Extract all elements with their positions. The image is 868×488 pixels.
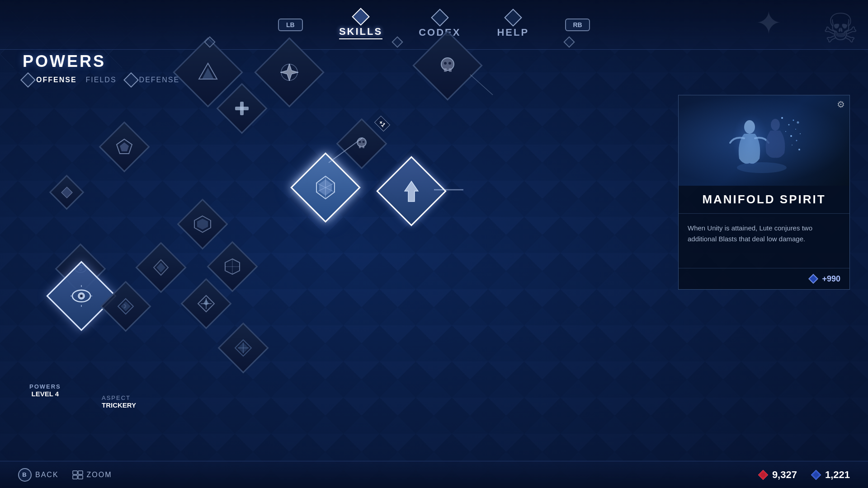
svg-point-27 — [444, 62, 447, 65]
skill-node-7-diamond — [290, 152, 361, 223]
powers-info: POWERS LEVEL 4 — [29, 383, 61, 398]
svg-point-36 — [359, 141, 361, 143]
tab-defense[interactable]: DEFENSE — [126, 75, 180, 85]
zoom-label: ZOOM — [87, 471, 112, 479]
skill-node-15-diamond: ☽ — [100, 281, 151, 332]
skill-node-6[interactable]: +1 — [344, 126, 380, 162]
svg-rect-35 — [363, 145, 364, 148]
svg-marker-68 — [203, 299, 209, 305]
offense-tab-icon — [20, 72, 36, 88]
skill-node-17-inner — [226, 331, 260, 365]
skill-node-16-inner — [189, 287, 223, 320]
skill-node-9-diamond — [49, 175, 85, 210]
skill-node-17-diamond — [217, 322, 269, 373]
skill-node-5[interactable] — [106, 129, 142, 165]
bottom-bar: B BACK ZOOM 9,327 — [0, 461, 868, 488]
panel-description: When Unity is attained, Lute conjures tw… — [679, 214, 849, 268]
nav-tab-codex[interactable]: CODEX — [419, 11, 461, 38]
skill-node-8[interactable] — [387, 166, 436, 216]
powers-header: POWERS OFFENSE FIELDS DEFENSE — [23, 52, 179, 85]
codex-nav-icon — [431, 9, 449, 27]
svg-marker-44 — [61, 187, 72, 198]
skill-node-3[interactable] — [423, 41, 472, 90]
panel-title: MANIFOLD SPIRIT — [679, 186, 849, 214]
fields-tab-label: FIELDS — [86, 76, 117, 84]
svg-point-57 — [80, 295, 83, 297]
svg-point-95 — [761, 473, 765, 477]
nav-tab-skills[interactable]: SKILLS — [339, 10, 382, 39]
skill-node-16[interactable] — [188, 286, 224, 322]
skill-node-11[interactable] — [214, 249, 250, 285]
svg-point-24 — [441, 58, 454, 70]
defense-tab-icon — [123, 72, 139, 88]
corner-deco-tr: ☠ — [822, 5, 859, 52]
svg-marker-21 — [202, 68, 214, 79]
bottom-controls: B BACK ZOOM — [18, 468, 112, 482]
skill-node-16-diamond — [180, 278, 231, 329]
skill-node-11-diamond — [207, 241, 258, 292]
skill-node-3-diamond — [412, 30, 483, 101]
svg-point-28 — [448, 62, 451, 65]
skill-node-14-active[interactable] — [57, 271, 106, 321]
svg-rect-91 — [78, 471, 83, 474]
skill-node-17[interactable] — [225, 330, 261, 366]
defense-tab-label: DEFENSE — [139, 76, 180, 84]
currency-display: 9,327 1,221 — [758, 469, 850, 481]
skill-node-1-inner — [184, 49, 231, 96]
skill-node-1[interactable] — [183, 47, 233, 97]
skill-node-10-diamond — [177, 198, 228, 249]
skill-node-3-inner — [424, 42, 471, 89]
corner-deco-tr2: ✦ — [755, 5, 782, 42]
cost-amount: +990 — [822, 274, 840, 284]
offense-tab-label: OFFENSE — [36, 76, 77, 84]
skill-node-12[interactable] — [143, 249, 179, 286]
detail-panel: ⚙ MANIFOLD SPIRIT When Unity is attained… — [678, 95, 850, 290]
zoom-control[interactable]: ZOOM — [72, 470, 112, 479]
skill-node-4[interactable] — [224, 90, 260, 127]
back-label: BACK — [35, 471, 59, 479]
skill-node-2[interactable] — [264, 47, 314, 97]
skill-node-5-inner — [108, 130, 141, 164]
skill-node-8-inner — [388, 168, 435, 215]
svg-rect-26 — [449, 68, 452, 72]
aspect-info: ASPECT TRICKERY — [102, 394, 136, 409]
skill-node-4-diamond — [216, 83, 267, 134]
svg-marker-43 — [405, 181, 418, 202]
skill-node-15[interactable]: ☽ — [108, 288, 144, 324]
skill-node-10[interactable] — [184, 206, 221, 242]
skill-node-7-selected[interactable] — [301, 163, 350, 212]
rb-button[interactable]: RB — [565, 19, 590, 31]
back-control[interactable]: B BACK — [18, 468, 59, 482]
powers-label: POWERS — [29, 383, 61, 390]
blue-currency: 1,221 — [811, 469, 850, 481]
blue-currency-amount: 1,221 — [825, 469, 850, 481]
lb-button[interactable]: LB — [278, 19, 303, 31]
tab-offense[interactable]: OFFENSE — [23, 75, 77, 85]
skill-node-12-inner — [144, 251, 178, 284]
blue-currency-icon — [811, 469, 821, 480]
skill-node-12-diamond — [135, 242, 186, 293]
tab-fields[interactable]: FIELDS — [86, 76, 117, 84]
svg-rect-25 — [444, 68, 447, 72]
skill-node-2-diamond — [254, 37, 325, 108]
back-button[interactable]: B — [18, 468, 32, 482]
powers-level: LEVEL 4 — [29, 390, 61, 398]
skill-node-9[interactable] — [54, 180, 79, 205]
nav-tab-help[interactable]: HELP — [497, 11, 529, 38]
skill-node-14-diamond — [46, 261, 117, 331]
panel-image: ⚙ — [679, 95, 849, 186]
skill-node-6-inner — [345, 127, 378, 160]
svg-marker-32 — [120, 142, 129, 151]
skill-node-11-inner — [216, 250, 249, 283]
skill-node-9-inner — [56, 181, 78, 203]
skill-node-4-inner — [225, 92, 259, 125]
skill-node-14-inner — [58, 272, 105, 319]
red-currency: 9,327 — [758, 469, 797, 481]
codex-nav-label: CODEX — [419, 27, 461, 38]
cost-icon — [808, 274, 818, 284]
aspect-value: TRICKERY — [102, 401, 136, 409]
red-currency-icon — [758, 469, 769, 480]
skill-node-10-inner — [186, 207, 219, 241]
zoom-icon — [72, 470, 83, 479]
skills-nav-label: SKILLS — [339, 26, 382, 39]
